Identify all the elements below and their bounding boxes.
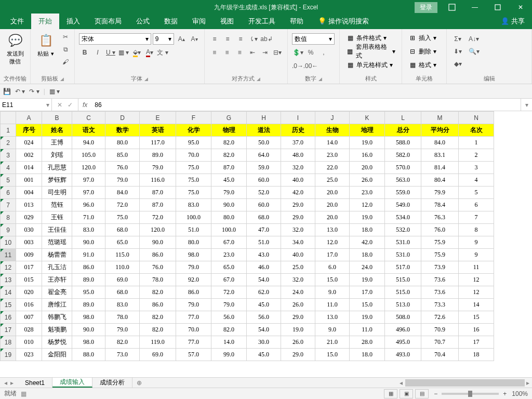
cell[interactable]: 98.0 <box>176 249 211 261</box>
cell[interactable]: 29.0 <box>281 199 315 211</box>
cell[interactable]: 6 <box>459 199 494 211</box>
cell[interactable]: 29.0 <box>281 349 315 361</box>
table-header-cell[interactable]: 历史 <box>281 124 315 137</box>
cell[interactable]: 12.0 <box>350 199 385 211</box>
cell[interactable]: 69.0 <box>140 349 176 361</box>
qat-customize-button[interactable]: ▦ ▾ <box>49 88 60 95</box>
tab-home[interactable]: 开始 <box>31 14 59 29</box>
cell[interactable]: 56.0 <box>247 311 281 324</box>
cell[interactable]: 67.0 <box>211 274 247 286</box>
column-header[interactable]: H <box>247 112 281 124</box>
cell[interactable]: 9.0 <box>315 324 350 336</box>
table-header-cell[interactable]: 总分 <box>385 124 421 137</box>
cell[interactable]: 32.0 <box>281 274 315 286</box>
align-top-button[interactable]: ≡ <box>209 33 220 45</box>
cell[interactable]: 115.0 <box>105 249 140 261</box>
cell[interactable]: 9 <box>459 236 494 249</box>
cell[interactable]: 86.0 <box>140 249 176 261</box>
row-header[interactable]: 7 <box>1 199 16 211</box>
table-header-cell[interactable]: 化学 <box>176 124 211 137</box>
table-header-cell[interactable]: 平均分 <box>421 124 459 137</box>
cell[interactable]: 70.0 <box>176 149 211 162</box>
cell[interactable]: 515.0 <box>385 274 421 286</box>
cell[interactable]: 45.0 <box>247 299 281 311</box>
cell[interactable]: 116.0 <box>140 174 176 187</box>
cut-button[interactable]: ✂ <box>60 31 71 43</box>
delete-cells-button[interactable]: ⊟删除 ▾ <box>406 46 442 57</box>
row-header[interactable]: 15 <box>1 299 16 311</box>
format-painter-button[interactable]: 🖌 <box>60 56 71 68</box>
sheet-tab-input[interactable]: 成绩输入 <box>52 378 92 388</box>
hscroll-right[interactable]: ▸ <box>524 379 532 387</box>
expand-formula-bar-button[interactable]: ▾ <box>521 99 532 111</box>
view-page-layout-button[interactable]: ▣ <box>400 389 413 398</box>
fx-label[interactable]: fx <box>78 99 91 111</box>
cell[interactable]: 司生明 <box>42 187 72 199</box>
cell[interactable]: 15 <box>459 311 494 324</box>
cell[interactable]: 孔思慧 <box>42 162 72 174</box>
cell[interactable]: 87.0 <box>140 187 176 199</box>
cell[interactable]: 582.0 <box>385 149 421 162</box>
cell[interactable]: 89.0 <box>140 149 176 162</box>
cell[interactable]: 96.0 <box>72 199 105 211</box>
cell[interactable]: 86.0 <box>176 286 211 299</box>
save-button[interactable]: 💾 <box>3 88 11 95</box>
cell[interactable]: 29.0 <box>281 211 315 224</box>
cell[interactable]: 120.0 <box>72 162 105 174</box>
tab-file[interactable]: 文件 <box>3 14 31 29</box>
cell[interactable]: 51.0 <box>176 224 211 236</box>
cell[interactable]: 531.0 <box>385 249 421 261</box>
cell[interactable]: 18 <box>459 349 494 361</box>
cell[interactable]: 559.0 <box>385 187 421 199</box>
cell[interactable]: 515.0 <box>385 286 421 299</box>
cell[interactable]: 017 <box>16 261 42 274</box>
border-button[interactable]: ▦ ▾ <box>118 47 129 58</box>
cell[interactable]: 013 <box>16 199 42 211</box>
cell[interactable]: 王钰 <box>42 211 72 224</box>
hscroll-left[interactable]: ◂ <box>397 379 405 387</box>
column-header[interactable]: J <box>315 112 350 124</box>
cell[interactable]: 68.0 <box>247 211 281 224</box>
cell[interactable]: 67.0 <box>211 236 247 249</box>
cell[interactable]: 45.0 <box>211 174 247 187</box>
table-header-cell[interactable]: 生物 <box>315 124 350 137</box>
cell[interactable]: 16 <box>459 324 494 336</box>
cell[interactable]: 020 <box>16 286 42 299</box>
cell[interactable]: 59.0 <box>247 162 281 174</box>
cell[interactable]: 75.0 <box>176 187 211 199</box>
table-format-button[interactable]: ▦套用表格格式 ▾ <box>344 46 397 57</box>
italic-button[interactable]: I <box>92 47 103 58</box>
column-header[interactable]: A <box>16 112 42 124</box>
cell[interactable]: 20.0 <box>315 211 350 224</box>
tab-data[interactable]: 数据 <box>157 14 185 29</box>
cell[interactable]: 82.0 <box>140 286 176 299</box>
cell[interactable]: 32.0 <box>281 162 315 174</box>
zoom-out-button[interactable]: − <box>434 390 437 397</box>
cell[interactable]: 82.0 <box>211 324 247 336</box>
cell[interactable]: 5 <box>459 187 494 199</box>
zoom-level[interactable]: 100% <box>512 390 528 397</box>
merge-button[interactable]: ⊟▾ <box>272 47 283 58</box>
cell[interactable]: 549.0 <box>385 199 421 211</box>
underline-button[interactable]: U ▾ <box>105 47 116 58</box>
sheet-tab-analysis[interactable]: 成绩分析 <box>92 378 132 388</box>
cell[interactable]: 金阳阳 <box>42 349 72 361</box>
currency-button[interactable]: 💲▾ <box>292 47 303 58</box>
cell[interactable]: 54.0 <box>247 274 281 286</box>
cancel-formula-button[interactable]: ✕ <box>57 101 62 109</box>
cell[interactable]: 12.0 <box>315 236 350 249</box>
formula-input[interactable]: 86 <box>91 99 521 111</box>
column-header[interactable]: E <box>140 112 176 124</box>
sort-filter-button[interactable]: A↓▾ <box>467 33 481 45</box>
format-cells-button[interactable]: ▦格式 ▾ <box>406 59 442 71</box>
cell[interactable]: 17.0 <box>350 286 385 299</box>
cell[interactable]: 82.0 <box>140 311 176 324</box>
redo-button[interactable]: ↷ ▾ <box>29 88 39 95</box>
cell[interactable]: 唐维江 <box>42 299 72 311</box>
cell[interactable]: 68.0 <box>105 286 140 299</box>
row-header[interactable]: 16 <box>1 311 16 324</box>
table-header-cell[interactable]: 语文 <box>72 124 105 137</box>
cell[interactable]: 003 <box>16 236 42 249</box>
cell[interactable]: 60.0 <box>247 174 281 187</box>
cell[interactable]: 009 <box>16 249 42 261</box>
